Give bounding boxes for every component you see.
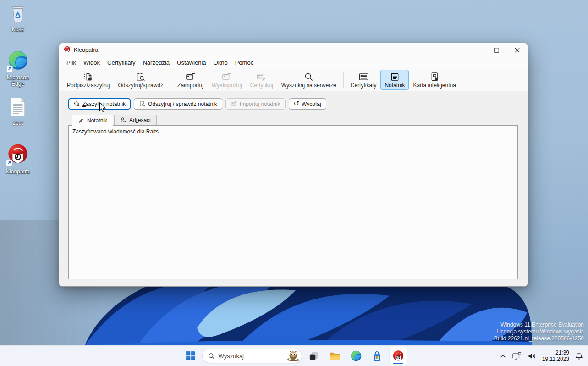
notepad-actions: Zaszyfruj notatnik Odszyfruj / sprawdź n…: [68, 98, 518, 110]
maximize-button[interactable]: [486, 43, 507, 57]
app-icon: [64, 46, 71, 55]
desktop-root: { "desktop": { "icons": [ { "label": "Ko…: [0, 0, 588, 366]
minimize-button[interactable]: [466, 43, 486, 57]
toolbar-decrypt-verify[interactable]: Odszyfruj/sprawdź: [114, 70, 167, 90]
desktop-icon-label: Kosz: [12, 26, 24, 33]
volume-tray-button[interactable]: [526, 350, 539, 362]
certificates-icon: [358, 72, 369, 82]
menu-certyfikaty[interactable]: Certyfikaty: [104, 58, 139, 67]
watermark-line3: Build 22621.ni_release.220506-1250: [494, 335, 584, 342]
mouse-cursor: [99, 102, 107, 113]
import-notepad-icon: [231, 100, 237, 107]
notepad-tabs: Notatnik Adresaci: [72, 115, 518, 125]
chevron-up-icon: [500, 354, 506, 358]
toolbar-separator: [170, 72, 170, 88]
search-icon: [208, 353, 215, 360]
titlebar[interactable]: Kleopatra: [59, 43, 528, 57]
task-view-button[interactable]: [305, 347, 323, 365]
store-taskbar-button[interactable]: [368, 347, 386, 365]
search-server-icon: [303, 72, 314, 82]
menu-plik[interactable]: Plik: [63, 58, 80, 67]
toolbar-smartcard[interactable]: Karta inteligentna: [409, 70, 460, 90]
search-highlight-owl-icon[interactable]: [286, 349, 300, 363]
notepad-editor[interactable]: Zaszyfrowana wiadomość dla Ralts.: [68, 125, 518, 279]
desktop-icon-label: Microsoft Edge: [2, 74, 33, 87]
network-icon: [512, 352, 522, 360]
desktop-icon-zout[interactable]: zout: [1, 97, 35, 126]
toolbar-lookup-server[interactable]: Wyszukaj na serwerze: [277, 70, 341, 90]
windows-start-icon: [185, 350, 196, 361]
export-icon: [221, 72, 232, 82]
menu-widok[interactable]: Widok: [80, 58, 104, 67]
desktop-icon-recycle-bin[interactable]: Kosz: [1, 3, 35, 33]
file-explorer-button[interactable]: [326, 347, 344, 365]
desktop-icon-edge[interactable]: Microsoft Edge: [1, 50, 35, 87]
menu-okno[interactable]: Okno: [210, 58, 231, 67]
toolbar-certify: Certyfikuj: [246, 70, 277, 90]
file-explorer-icon: [329, 350, 341, 362]
kleopatra-window: Kleopatra Plik Widok Certyfikaty Narzędz…: [59, 43, 528, 287]
task-view-icon: [308, 350, 319, 362]
clock-date: 19.11.2023: [542, 356, 569, 362]
user-plus-icon: [120, 117, 126, 123]
toolbar-sign-encrypt[interactable]: Podpisz/zaszyfruj: [63, 70, 114, 90]
active-app-indicator: [393, 363, 403, 364]
notepad-view: Zaszyfruj notatnik Odszyfruj / sprawdź n…: [59, 91, 528, 286]
recycle-bin-icon: [9, 3, 27, 25]
desktop-icon-kleopatra[interactable]: Kleopatra: [1, 143, 35, 175]
maximize-icon: [494, 48, 499, 53]
toolbar-notepad[interactable]: Notatnik: [380, 70, 409, 90]
revert-button[interactable]: ↺ Wycofaj: [289, 98, 326, 110]
notification-center-button[interactable]: [573, 349, 585, 363]
toolbar-separator: [343, 72, 344, 88]
edge-icon: [350, 350, 362, 362]
kleopatra-icon: [7, 143, 29, 167]
tab-adresaci[interactable]: Adresaci: [114, 115, 157, 125]
tab-notatnik[interactable]: Notatnik: [72, 115, 113, 126]
document-icon: [10, 97, 26, 118]
notepad-icon: [390, 72, 400, 82]
watermark-line1: Windows 11 Enterprise Evaluation: [494, 322, 584, 328]
minimize-icon: [473, 48, 478, 53]
microsoft-store-icon: [371, 350, 383, 362]
kleopatra-taskbar-button[interactable]: [389, 347, 407, 365]
shortcut-arrow-icon: [6, 160, 12, 168]
toolbar: Podpisz/zaszyfruj Odszyfruj/sprawdź Zaim…: [59, 68, 528, 91]
shortcut-arrow-icon: [6, 66, 13, 74]
window-title: Kleopatra: [74, 47, 466, 53]
start-button[interactable]: [181, 347, 199, 365]
menu-narzedzia[interactable]: Narzędzia: [139, 58, 173, 67]
decrypt-verify-notepad-button[interactable]: Odszyfruj / sprawdź notatnik: [134, 98, 222, 110]
menu-pomoc[interactable]: Pomoc: [231, 58, 257, 67]
sign-encrypt-icon: [83, 72, 93, 82]
edge-icon: [7, 50, 29, 73]
search-placeholder: Wyszukaj: [219, 353, 283, 360]
clock-time: 21:39: [542, 349, 569, 356]
kleopatra-icon: [392, 350, 404, 362]
smartcard-icon: [429, 72, 440, 82]
network-tray-button[interactable]: [510, 349, 524, 362]
decrypt-verify-notepad-icon: [139, 100, 146, 107]
taskbar-clock[interactable]: 21:39 19.11.2023: [540, 349, 571, 362]
watermark-line2: Licencja systemu Windows wygasła: [494, 328, 584, 335]
tray-chevron-button[interactable]: [498, 351, 508, 361]
menu-ustawienia[interactable]: Ustawienia: [173, 58, 210, 67]
bell-icon: [575, 352, 583, 360]
decrypt-verify-icon: [135, 72, 146, 82]
close-button[interactable]: [507, 43, 528, 57]
edge-taskbar-button[interactable]: [347, 347, 365, 365]
windows-watermark: Windows 11 Enterprise Evaluation Licencj…: [494, 322, 584, 342]
toolbar-certificates[interactable]: Certyfikaty: [346, 70, 381, 90]
taskbar: Wyszukaj: [0, 345, 588, 366]
undo-icon: ↺: [294, 100, 300, 107]
desktop-icon-label: zout: [13, 120, 23, 126]
pencil-icon: [78, 117, 84, 124]
menubar: Plik Widok Certyfikaty Narzędzia Ustawie…: [59, 57, 528, 68]
import-notepad-button: Importuj notatnik: [225, 98, 286, 110]
desktop-icon-label: Kleopatra: [6, 168, 29, 175]
toolbar-export: Wyeksportuj: [208, 70, 246, 90]
import-icon: [185, 72, 196, 82]
taskbar-search[interactable]: Wyszukaj: [202, 349, 302, 363]
certify-icon: [256, 72, 267, 82]
toolbar-import[interactable]: Zaimportuj: [173, 70, 208, 90]
